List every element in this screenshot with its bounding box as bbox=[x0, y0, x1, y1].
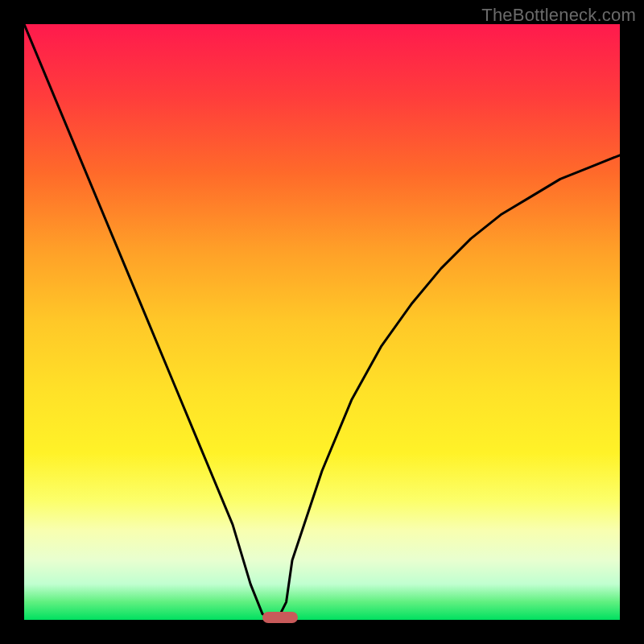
bottleneck-curve bbox=[24, 24, 620, 620]
chart-frame: TheBottleneck.com bbox=[0, 0, 644, 644]
optimal-range-marker bbox=[262, 612, 298, 623]
watermark-text: TheBottleneck.com bbox=[481, 5, 636, 26]
plot-area bbox=[24, 24, 620, 620]
